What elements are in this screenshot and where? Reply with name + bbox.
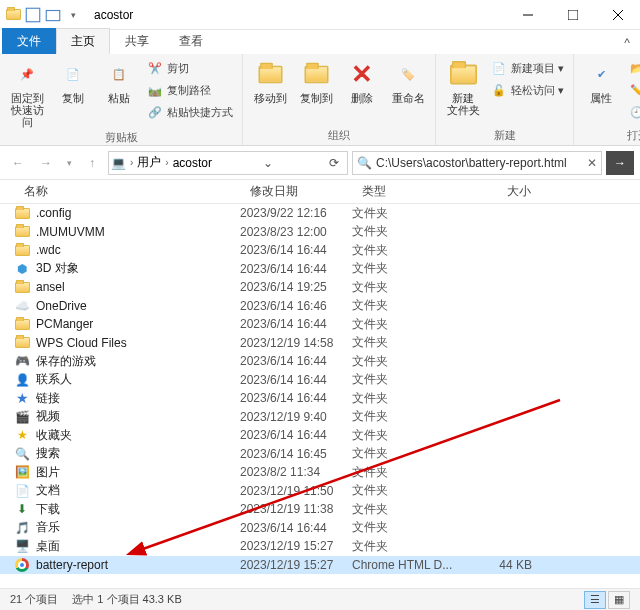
file-row[interactable]: PCManger2023/6/14 16:44文件夹: [0, 315, 640, 334]
file-type: 文件夹: [352, 390, 460, 407]
file-name-label: 图片: [36, 464, 60, 481]
paste-button[interactable]: 📋粘贴: [98, 58, 140, 104]
addr-dropdown-icon[interactable]: ⌄: [257, 156, 279, 170]
file-row[interactable]: 🖥️桌面2023/12/19 15:27文件夹: [0, 537, 640, 556]
file-date: 2023/12/19 15:27: [240, 539, 352, 553]
file-type: 文件夹: [352, 464, 460, 481]
search-icon: 🔍: [357, 156, 372, 170]
file-row[interactable]: .MUMUVMM2023/8/23 12:00文件夹: [0, 223, 640, 242]
file-row[interactable]: WPS Cloud Files2023/12/19 14:58文件夹: [0, 334, 640, 353]
history-button[interactable]: 🕘历史记录: [626, 102, 640, 122]
refresh-button[interactable]: ⟳: [323, 156, 345, 170]
file-name-label: .MUMUVMM: [36, 225, 105, 239]
nav-back-button[interactable]: ←: [6, 151, 30, 175]
file-name-label: 收藏夹: [36, 427, 72, 444]
nav-forward-button[interactable]: →: [34, 151, 58, 175]
rename-button[interactable]: 🏷️重命名: [387, 58, 429, 104]
properties-button[interactable]: ✔︎属性: [580, 58, 622, 104]
file-type: 文件夹: [352, 482, 460, 499]
edit-button[interactable]: ✏️编辑: [626, 80, 640, 100]
easyaccess-button[interactable]: 🔓轻松访问 ▾: [488, 80, 567, 100]
col-type[interactable]: 类型: [352, 180, 460, 203]
group-new-label: 新建: [442, 126, 567, 143]
file-name-label: PCManger: [36, 317, 93, 331]
minimize-button[interactable]: [505, 0, 550, 30]
col-size[interactable]: 大小: [460, 180, 540, 203]
col-name[interactable]: 名称: [14, 180, 240, 203]
file-type: 文件夹: [352, 519, 460, 536]
close-button[interactable]: [595, 0, 640, 30]
view-icons-button[interactable]: ▦: [608, 591, 630, 609]
search-clear-icon[interactable]: ✕: [587, 156, 597, 170]
file-row[interactable]: .config2023/9/22 12:16文件夹: [0, 204, 640, 223]
file-row[interactable]: 👤联系人2023/6/14 16:44文件夹: [0, 371, 640, 390]
file-row[interactable]: battery-report2023/12/19 15:27Chrome HTM…: [0, 556, 640, 575]
file-row[interactable]: ☁️OneDrive2023/6/14 16:46文件夹: [0, 297, 640, 316]
file-name-label: 联系人: [36, 371, 72, 388]
file-row[interactable]: ★收藏夹2023/6/14 16:44文件夹: [0, 426, 640, 445]
copypath-button[interactable]: 🛤️复制路径: [144, 80, 236, 100]
open-button[interactable]: 📂打开 ▾: [626, 58, 640, 78]
file-row[interactable]: 🔍搜索2023/6/14 16:45文件夹: [0, 445, 640, 464]
file-row[interactable]: 🎵音乐2023/6/14 16:44文件夹: [0, 519, 640, 538]
qat-dropdown-icon[interactable]: ▾: [64, 6, 82, 24]
pasteshortcut-button[interactable]: 🔗粘贴快捷方式: [144, 102, 236, 122]
copyto-button[interactable]: 复制到: [295, 58, 337, 104]
newfolder-button[interactable]: 新建 文件夹: [442, 58, 484, 116]
svg-rect-1: [46, 10, 60, 20]
file-date: 2023/6/14 16:44: [240, 391, 352, 405]
go-button[interactable]: →: [606, 151, 634, 175]
moveto-button[interactable]: 移动到: [249, 58, 291, 104]
search-input[interactable]: [376, 156, 583, 170]
breadcrumb-users[interactable]: 用户: [137, 154, 161, 171]
file-date: 2023/6/14 19:25: [240, 280, 352, 294]
file-icon: ☁️: [14, 298, 30, 314]
qat-properties-icon[interactable]: [24, 6, 42, 24]
file-row[interactable]: .wdc2023/6/14 16:44文件夹: [0, 241, 640, 260]
tab-home[interactable]: 主页: [56, 28, 110, 54]
file-row[interactable]: 📄文档2023/12/19 11:50文件夹: [0, 482, 640, 501]
pin-quickaccess-button[interactable]: 📌固定到 快速访问: [6, 58, 48, 128]
file-row[interactable]: 🎬视频2023/12/19 9:40文件夹: [0, 408, 640, 427]
col-date[interactable]: 修改日期: [240, 180, 352, 203]
file-icon: 👤: [14, 372, 30, 388]
maximize-button[interactable]: [550, 0, 595, 30]
file-row[interactable]: ⬢3D 对象2023/6/14 16:44文件夹: [0, 260, 640, 279]
file-name-label: 3D 对象: [36, 260, 79, 277]
chevron-icon[interactable]: ›: [165, 157, 168, 168]
newitem-button[interactable]: 📄新建项目 ▾: [488, 58, 567, 78]
file-icon: [14, 316, 30, 332]
file-icon: [14, 242, 30, 258]
delete-button[interactable]: ✕删除: [341, 58, 383, 104]
view-details-button[interactable]: ☰: [584, 591, 606, 609]
ribbon-collapse-icon[interactable]: ^: [614, 32, 640, 54]
tab-share[interactable]: 共享: [110, 28, 164, 54]
qat-newfolder-icon[interactable]: [44, 6, 62, 24]
file-name-label: 文档: [36, 482, 60, 499]
file-row[interactable]: ansel2023/6/14 19:25文件夹: [0, 278, 640, 297]
title-bar: ▾ acostor: [0, 0, 640, 30]
breadcrumb-acostor[interactable]: acostor: [173, 156, 212, 170]
file-row[interactable]: 🖼️图片2023/8/2 11:34文件夹: [0, 463, 640, 482]
search-box[interactable]: 🔍 ✕: [352, 151, 602, 175]
file-date: 2023/6/14 16:44: [240, 521, 352, 535]
file-row[interactable]: ⬇下载2023/12/19 11:38文件夹: [0, 500, 640, 519]
nav-history-dropdown[interactable]: ▾: [62, 151, 76, 175]
file-icon: [14, 335, 30, 351]
file-row[interactable]: ★链接2023/6/14 16:44文件夹: [0, 389, 640, 408]
file-icon: 🎬: [14, 409, 30, 425]
file-name-label: 搜索: [36, 445, 60, 462]
cut-button[interactable]: ✂️剪切: [144, 58, 236, 78]
address-bar[interactable]: 💻 › 用户 › acostor ⌄ ⟳: [108, 151, 348, 175]
chevron-icon[interactable]: ›: [130, 157, 133, 168]
file-icon: [14, 557, 30, 573]
tab-file[interactable]: 文件: [2, 28, 56, 54]
folder-app-icon: [4, 6, 22, 24]
file-name-label: 保存的游戏: [36, 353, 96, 370]
file-type: 文件夹: [352, 353, 460, 370]
tab-view[interactable]: 查看: [164, 28, 218, 54]
file-row[interactable]: 🎮保存的游戏2023/6/14 16:44文件夹: [0, 352, 640, 371]
file-icon: ⬢: [14, 261, 30, 277]
nav-up-button[interactable]: ↑: [80, 151, 104, 175]
copy-button[interactable]: 📄复制: [52, 58, 94, 104]
